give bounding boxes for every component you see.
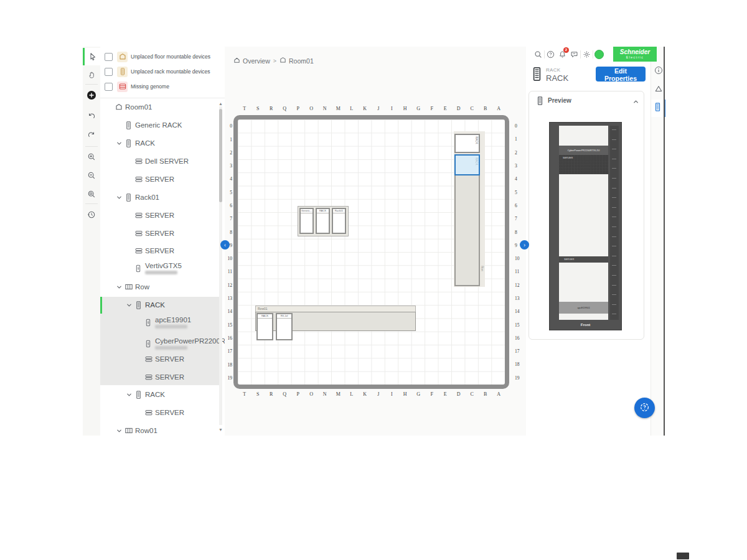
tree-item-server[interactable]: SERVER: [100, 404, 225, 421]
chevron-down-icon[interactable]: [126, 391, 135, 398]
row-label: 1: [225, 133, 232, 146]
server-icon: [135, 247, 145, 254]
rack-amber-icon: [117, 67, 128, 77]
column-label: M: [332, 106, 345, 113]
tree-item-vertivgtx5[interactable]: VertivGTX5: [100, 258, 225, 279]
select-tool-button[interactable]: [83, 48, 100, 65]
filter-checkbox[interactable]: [105, 68, 113, 76]
chevron-down-icon[interactable]: [116, 427, 125, 434]
redacted-subtext: [155, 325, 187, 329]
collapse-inspector-arrow[interactable]: ›: [520, 240, 529, 250]
cursor-icon: [88, 52, 97, 61]
tree-item-rack[interactable]: RACK: [100, 297, 225, 313]
tree-item-server[interactable]: SERVER: [100, 207, 225, 223]
filter-item-unplaced-floor-mountable-devices[interactable]: Unplaced floor mountable devices: [100, 49, 225, 64]
chevron-down-icon[interactable]: [116, 284, 125, 291]
tree-item-server[interactable]: SERVER: [100, 171, 225, 187]
rack-object[interactable]: RACK: [454, 134, 480, 153]
preview-device-apc[interactable]: apcE19901: [559, 302, 608, 314]
room-floor[interactable]: RACK RACK Row Generic...RACKRack01 Row01…: [233, 115, 509, 389]
edit-properties-button[interactable]: Edit Properties: [596, 67, 646, 82]
collapse-sidebar-arrow[interactable]: ‹: [220, 240, 230, 250]
column-label: F: [425, 391, 439, 399]
history-button[interactable]: [83, 206, 100, 223]
column-label: R: [265, 391, 278, 399]
tree-item-apce19901[interactable]: apcE19901: [100, 312, 225, 333]
chevron-down-icon[interactable]: [126, 302, 135, 309]
row-labels-left: 012345678910111213141516171819: [225, 119, 232, 385]
column-label: C: [466, 106, 479, 113]
filter-item-missing-genome[interactable]: Missing genome: [100, 79, 225, 94]
zoom-fit-button[interactable]: [83, 185, 100, 203]
bottom-row-title[interactable]: Row01: [255, 306, 416, 312]
rack-object-rack[interactable]: RACK: [256, 313, 273, 340]
tool-rail: [83, 47, 101, 436]
settings-button[interactable]: [581, 47, 593, 62]
preview-device-server[interactable]: SERVER: [559, 256, 608, 263]
rack-object-generic[interactable]: Generic...: [299, 208, 314, 234]
preview-device-cyberpower[interactable]: CyberPowerPR2200RTXL2U: [559, 146, 608, 155]
assistant-fab[interactable]: [634, 398, 655, 418]
preview-device-server[interactable]: SERVER: [559, 155, 608, 174]
notifications-button[interactable]: 2: [557, 47, 568, 62]
tree-item-dell-server[interactable]: Dell SERVER: [100, 153, 225, 169]
tree-item-rack[interactable]: RACK: [100, 386, 225, 403]
rack-group-object[interactable]: Generic...RACKRack01: [298, 206, 349, 236]
schneider-logo: Schneider Electric: [613, 47, 657, 62]
row-label: 13: [225, 292, 232, 305]
zoom-out-button[interactable]: [83, 167, 100, 184]
column-label: T: [238, 106, 251, 113]
tree-item-server[interactable]: SERVER: [100, 369, 225, 385]
filter-checkbox[interactable]: [105, 53, 113, 61]
chevron-down-icon[interactable]: [116, 140, 125, 147]
filter-checkbox[interactable]: [105, 83, 113, 91]
chevron-up-icon[interactable]: [632, 96, 639, 108]
rack-object-rack01[interactable]: Rack01: [332, 208, 346, 234]
pan-tool-button[interactable]: [83, 66, 100, 83]
inspector-type-label: RACK: [546, 67, 560, 73]
tree-item-room01[interactable]: Room01: [100, 99, 225, 115]
redo-button[interactable]: [83, 126, 100, 143]
search-button[interactable]: [532, 47, 544, 62]
row-label: 0: [225, 119, 232, 133]
scrollbar-up-arrow[interactable]: ▲: [218, 101, 223, 106]
redacted-subtext: [155, 346, 187, 350]
account-button[interactable]: [593, 47, 605, 62]
tree-item-generic-rack[interactable]: Generic RACK: [100, 117, 225, 133]
tree-item-rack[interactable]: RACK: [100, 135, 225, 151]
zoom-in-button[interactable]: [83, 148, 100, 166]
row-label: 6: [225, 199, 232, 212]
scrollbar-down-arrow[interactable]: ▼: [218, 427, 223, 432]
tree-item-server[interactable]: SERVER: [100, 243, 225, 259]
chevron-down-icon[interactable]: [116, 194, 125, 201]
tree-item-label: SERVER: [145, 212, 174, 219]
device-tree: Room01Generic RACKRACKDell SERVERSERVERR…: [100, 47, 225, 436]
rack-object-rack[interactable]: RACK: [316, 208, 330, 234]
row-label: 18: [515, 358, 524, 371]
home-icon: [233, 57, 240, 65]
add-tool-button[interactable]: [83, 86, 100, 104]
filter-item-unplaced-rack-mountable-devices[interactable]: Unplaced rack mountable devices: [100, 64, 225, 79]
row-body-object[interactable]: [454, 175, 480, 286]
tree-item-rack01[interactable]: Rack01: [100, 189, 225, 205]
help-button[interactable]: [545, 47, 557, 62]
undo-button[interactable]: [83, 107, 100, 124]
bottom-row-racks: RACKRV-Jsf: [256, 313, 293, 340]
feedback-button[interactable]: [568, 47, 580, 62]
rack-object-selected[interactable]: RACK: [454, 154, 480, 175]
breadcrumb-overview[interactable]: Overview: [243, 57, 270, 65]
rack-object-label: RACK: [475, 136, 478, 144]
tree-item-row[interactable]: Row: [100, 279, 225, 295]
preview-header[interactable]: Preview: [529, 91, 644, 110]
column-label: Q: [278, 391, 292, 399]
scrollbar-thumb[interactable]: [219, 109, 222, 202]
tree-item-server[interactable]: SERVER: [100, 225, 225, 241]
rack-preview: CyberPowerPR2200RTXL2U SERVER SERVER apc…: [549, 122, 622, 330]
tree-item-server[interactable]: SERVER: [100, 351, 225, 367]
rack-object-rv-jsf[interactable]: RV-Jsf: [276, 313, 293, 340]
column-label: B: [479, 391, 492, 399]
row-label: 4: [515, 172, 524, 185]
tree-item-label: SERVER: [155, 355, 184, 363]
preview-card: Preview CyberPowerPR2200RTXL2U SERVER SE…: [529, 91, 644, 340]
tree-item-row01[interactable]: Row01: [100, 422, 225, 436]
